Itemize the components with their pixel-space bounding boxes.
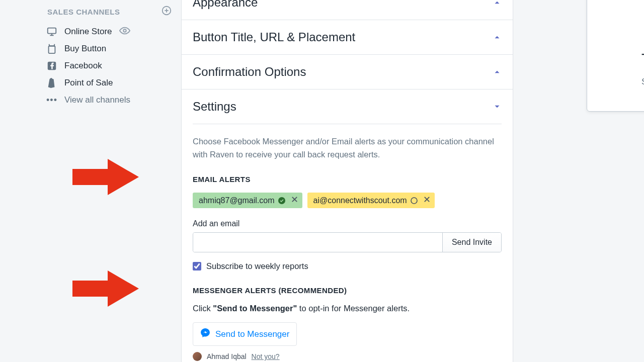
add-email-label: Add an email: [193, 219, 502, 228]
annotation-arrow: [72, 270, 139, 307]
subscribe-row: Subscribe to weekly reports: [193, 261, 502, 271]
email-chips: ahmiq87@gmail.com ai@connectwithscout.co…: [193, 193, 502, 208]
avatar: [193, 352, 202, 361]
section-appearance[interactable]: Appearance: [182, 0, 513, 20]
text-bold: "Send to Messenger": [213, 304, 297, 313]
settings-description: Choose Facebook Messenger and/or Email a…: [193, 135, 502, 161]
remove-email-button[interactable]: [421, 196, 431, 205]
subscribe-label[interactable]: Subscribe to weekly reports: [206, 261, 308, 271]
messenger-icon: [200, 328, 210, 340]
messenger-instruction: Click "Send to Messenger" to opt-in for …: [193, 304, 502, 313]
section-title: Settings: [193, 100, 236, 114]
text: to opt-in for Messenger alerts.: [297, 304, 410, 313]
add-email-input[interactable]: [193, 233, 442, 252]
view-all-channels[interactable]: ••• View all channels: [40, 92, 181, 109]
section-title: Appearance: [193, 0, 258, 10]
email-chip: ahmiq87@gmail.com: [193, 193, 302, 208]
sidebar-header: SALES CHANNELS: [40, 4, 181, 23]
email-text: ahmiq87@gmail.com: [199, 196, 275, 205]
verified-check-icon: [278, 197, 286, 205]
svg-rect-3: [48, 28, 56, 34]
svg-rect-7: [49, 46, 55, 54]
chevron-up-icon: [493, 0, 502, 7]
email-alerts-heading: EMAIL ALERTS: [193, 175, 502, 184]
eye-icon: [119, 25, 130, 36]
panel-text-fragment: Som: [641, 77, 644, 87]
email-chip: ai@connectwithscout.com: [307, 193, 435, 208]
sidebar-item-label: View all channels: [64, 95, 130, 105]
sidebar-item-buy-button[interactable]: Buy Button: [40, 40, 181, 57]
divider: [193, 124, 502, 124]
shopping-bag-icon: [46, 43, 57, 54]
section-title: Button Title, URL & Placement: [193, 30, 355, 44]
close-icon: [291, 196, 298, 203]
sidebar-item-label: Online Store: [64, 27, 112, 37]
pending-circle-icon: [410, 197, 418, 205]
settings-card: Appearance Button Title, URL & Placement…: [181, 0, 513, 362]
section-settings[interactable]: Settings: [182, 89, 513, 124]
section-button-title[interactable]: Button Title, URL & Placement: [182, 20, 513, 55]
panel-title-fragment: T: [641, 51, 644, 67]
shopify-pos-icon: [46, 77, 57, 88]
plus-circle-icon: [161, 5, 172, 16]
chevron-up-icon: [493, 33, 502, 42]
section-confirmation[interactable]: Confirmation Options: [182, 55, 513, 89]
facebook-icon: [46, 60, 57, 71]
monitor-icon: [46, 26, 57, 37]
side-panel-fragment: T Som: [587, 0, 644, 112]
text: Click: [193, 304, 213, 313]
chevron-up-icon: [493, 67, 502, 76]
sidebar-item-label: Buy Button: [64, 44, 106, 54]
messenger-alerts-heading: MESSENGER ALERTS (RECOMMENDED): [193, 286, 502, 295]
add-channel-button[interactable]: [161, 5, 172, 18]
not-you-link[interactable]: Not you?: [252, 352, 280, 360]
sidebar-item-point-of-sale[interactable]: Point of Sale: [40, 74, 181, 92]
sidebar-item-online-store[interactable]: Online Store: [40, 23, 181, 40]
section-title: Confirmation Options: [193, 65, 306, 79]
close-icon: [423, 196, 431, 203]
preview-button[interactable]: [119, 25, 130, 39]
add-email-row: Send Invite: [193, 232, 502, 252]
more-icon: •••: [46, 95, 57, 106]
user-name: Ahmad Iqbal: [207, 352, 247, 360]
send-to-messenger-button[interactable]: Send to Messenger: [193, 322, 297, 346]
svg-point-12: [411, 198, 417, 204]
settings-body: Choose Facebook Messenger and/or Email a…: [182, 124, 513, 362]
sidebar-item-label: Facebook: [64, 61, 102, 71]
email-text: ai@connectwithscout.com: [313, 196, 407, 205]
chevron-down-icon: [493, 102, 502, 111]
svg-point-6: [123, 29, 126, 32]
annotation-arrow: [72, 159, 139, 195]
sidebar-item-facebook[interactable]: Facebook: [40, 57, 181, 74]
messenger-button-label: Send to Messenger: [215, 329, 289, 339]
remove-email-button[interactable]: [289, 196, 298, 205]
subscribe-checkbox[interactable]: [193, 262, 201, 270]
sidebar-item-label: Point of Sale: [64, 78, 113, 88]
send-invite-button[interactable]: Send Invite: [442, 233, 501, 252]
messenger-user-row: Ahmad Iqbal Not you?: [193, 352, 502, 361]
sales-channels-title: SALES CHANNELS: [47, 8, 120, 16]
